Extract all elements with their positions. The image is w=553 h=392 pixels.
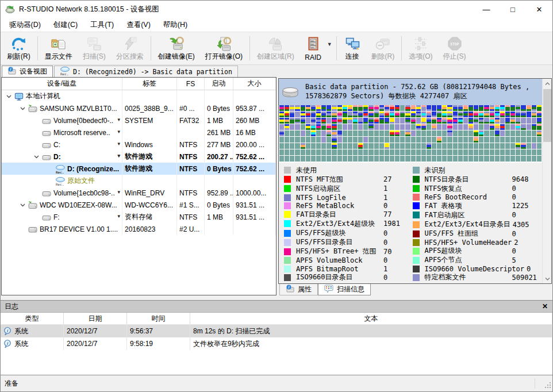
row-dropdown-icon[interactable]: ▾ (117, 141, 120, 147)
column-header-5[interactable]: 大小 (233, 78, 276, 90)
map-block (327, 149, 331, 155)
tree-expand-chevron-icon[interactable] (4, 95, 13, 98)
log-row[interactable]: i系统2020/12/79:56:378m 12s 的 D: 扫描已完成 (1, 325, 552, 337)
log-row[interactable]: i系统2020/12/79:58:19文件枚举在9秒内完成 (1, 337, 552, 350)
log-column-header-4[interactable]: 文本 (190, 313, 552, 324)
row-dropdown-icon[interactable]: ▾ (117, 129, 120, 134)
device-row[interactable]: SAMSUNG MZVLB1T0...0025_388B_9...#0 ...0… (2, 102, 276, 114)
toolbar-button-label: 扫描(S) (83, 52, 106, 62)
tree-expand-chevron-icon[interactable] (18, 107, 27, 110)
map-block (521, 143, 525, 149)
menu-item-2[interactable]: 创建(C) (47, 18, 84, 32)
view-tab-2[interactable]: Rec.D: (Recognized0) -> Basic data parti… (54, 66, 238, 77)
view-tab-1[interactable]: i设备视图 (2, 66, 53, 77)
device-row[interactable]: Volume{1ecb0c98-..▾WinRE_DRVNTFS952.89 .… (2, 187, 276, 199)
log-column-header-2[interactable]: 日期 (64, 313, 127, 324)
map-block (374, 143, 379, 149)
map-block (500, 143, 505, 149)
device-row[interactable]: D:▾软件游戏NTFS200.27 ...752.62 ... (2, 151, 276, 163)
column-header-4[interactable]: 启动 (205, 78, 233, 90)
map-block (500, 149, 505, 155)
partition-search-icon (121, 35, 139, 52)
map-block (311, 143, 316, 149)
device-tree-panel: ˆ设备/磁盘标签FS启动大小 本地计算机SAMSUNG MZVLB1T0...0… (1, 77, 276, 295)
map-block (363, 105, 368, 111)
map-block (537, 130, 542, 136)
menu-item-1[interactable]: 驱动器(D) (3, 18, 47, 32)
legend-item: Ext2/Ext3/Ext4超级块1981 (284, 219, 413, 228)
legend-label: APFS超级块 (425, 246, 510, 256)
toolbar-show-files-button[interactable]: 显示文件 (40, 33, 78, 63)
device-row[interactable]: F:▾资料存储NTFS1 MB931.51 ... (2, 211, 276, 223)
device-row[interactable]: Rec.原始文件 (2, 175, 276, 187)
toolbar-open-image-button[interactable]: 打开镜像(O) (200, 33, 248, 63)
device-row[interactable]: WDC WD10EZEX-08W...WD-WCC6Y6...#1 S...0 … (2, 199, 276, 211)
close-button[interactable]: ✕ (526, 1, 552, 18)
legend-item: FAT 表格项1225 (413, 201, 542, 210)
device-row[interactable]: Volume{0bedecf0-..▾SYSTEMFAT321 MB260 MB (2, 114, 276, 126)
menu-item-4[interactable]: 查看(V) (120, 18, 157, 32)
log-column-header-3[interactable]: 时间 (127, 313, 190, 324)
raid-dropdown-arrow[interactable]: ▼ (327, 33, 335, 63)
scan-tab-2[interactable]: 扫描信息 (318, 284, 371, 295)
map-block (432, 143, 436, 149)
resize-grip[interactable] (544, 381, 551, 390)
column-header-2[interactable]: 标签 (122, 78, 177, 90)
scan-tab-1[interactable]: i属性 (279, 284, 318, 295)
minimize-button[interactable]: — (473, 1, 500, 18)
tree-expand-chevron-icon[interactable] (32, 155, 41, 159)
map-block (316, 137, 321, 143)
map-block (427, 156, 431, 162)
toolbar-create-image-button[interactable]: 创建镜像(E) (153, 33, 200, 63)
legend-count: 70 (383, 248, 391, 256)
scroll-thumb[interactable] (543, 89, 551, 142)
map-block (532, 149, 536, 155)
legend-item: ISO9660目录条目0 (284, 273, 413, 282)
map-block (516, 156, 520, 162)
device-row[interactable]: BR17 DEVICE V1.00 1....20160823#2 U... (2, 223, 276, 235)
scroll-up-icon[interactable] (543, 79, 552, 88)
map-block (400, 130, 405, 136)
legend-label: UFS/FFS 柱面组 (425, 229, 510, 239)
map-block (437, 156, 441, 162)
map-block (385, 130, 389, 136)
log-type-cell: i系统 (1, 325, 64, 337)
column-header-1[interactable]: ˆ设备/磁盘 (2, 78, 122, 90)
menu-item-3[interactable]: 工具(T) (84, 18, 120, 32)
map-block (374, 105, 379, 111)
device-row[interactable]: C:▾WindowsNTFS277 MB200.00 ... (2, 139, 276, 151)
map-block (321, 143, 326, 149)
row-dropdown-icon[interactable]: ▾ (117, 189, 120, 195)
scroll-down-icon[interactable] (543, 274, 552, 283)
device-size-cell (233, 90, 276, 102)
map-block (532, 130, 536, 136)
device-row[interactable]: Rec.D: (Recognize...软件游戏NTFS0 Bytes752.6… (2, 163, 276, 175)
row-dropdown-icon[interactable]: ▾ (117, 153, 120, 159)
map-block (490, 124, 494, 130)
device-row[interactable]: Microsoft reserve..▾261 MB16 MB (2, 126, 276, 139)
map-block (400, 118, 405, 124)
toolbar-connect-button[interactable]: 连接 (339, 33, 366, 63)
device-row[interactable]: 本地计算机 (2, 90, 276, 102)
legend-label: ReFS MetaBlock (296, 202, 381, 210)
menu-item-5[interactable]: 帮助(H) (157, 18, 194, 32)
log-column-header-1[interactable]: 类型 (1, 313, 64, 324)
map-block (453, 156, 458, 162)
legend-count: 2 (514, 239, 518, 247)
map-block (400, 156, 405, 162)
row-dropdown-icon[interactable]: ▾ (117, 213, 120, 219)
log-close-icon[interactable]: ✕ (542, 302, 548, 310)
map-block (421, 112, 426, 117)
tree-expand-chevron-icon[interactable] (18, 203, 27, 207)
map-block (537, 149, 542, 155)
map-block (468, 137, 473, 143)
map-block (463, 156, 468, 162)
toolbar-raid-button[interactable]: RAID (299, 33, 327, 63)
row-dropdown-icon[interactable]: ▾ (117, 117, 120, 122)
map-block (311, 137, 316, 143)
map-block (358, 143, 363, 149)
maximize-button[interactable]: □ (500, 1, 526, 18)
column-header-3[interactable]: FS (177, 78, 205, 90)
scan-scrollbar[interactable] (542, 79, 551, 283)
toolbar-refresh-button[interactable]: 刷新(R) (2, 33, 36, 63)
